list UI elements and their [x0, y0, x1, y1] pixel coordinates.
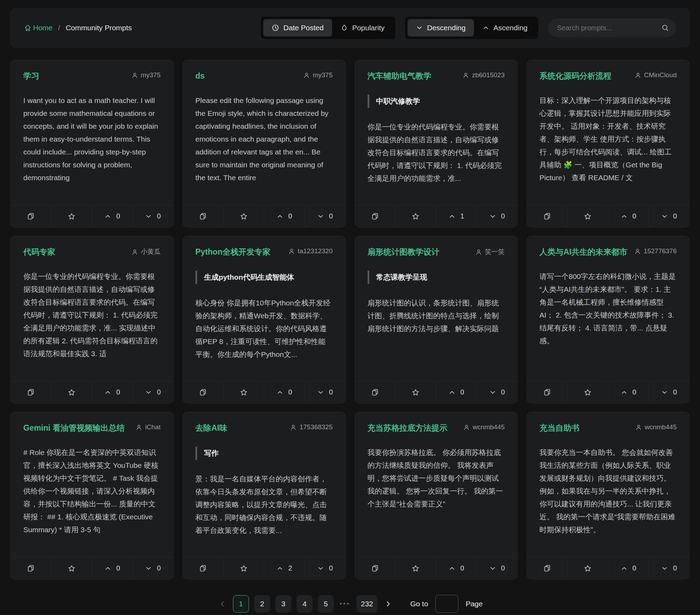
clock-icon: [272, 24, 279, 32]
prompt-card[interactable]: 充当自助书 wcnmb445 我要你充当一本自助书。 您会就如何改善我生活的某些…: [526, 412, 690, 580]
upvote-button[interactable]: 0: [264, 205, 305, 227]
prompt-title: 充当苏格拉底方法提示: [368, 423, 448, 433]
upvote-button[interactable]: 0: [92, 557, 132, 579]
upvote-button[interactable]: 0: [264, 381, 305, 403]
downvote-button[interactable]: 0: [132, 381, 173, 403]
upvote-count: 0: [633, 212, 636, 220]
prompt-title: 充当自助书: [539, 423, 579, 433]
prev-page-button[interactable]: [217, 599, 228, 609]
upvote-button[interactable]: 0: [608, 205, 649, 227]
chevron-up-icon: [276, 565, 283, 572]
favorite-button[interactable]: [567, 557, 608, 579]
page-button-2[interactable]: 2: [254, 595, 270, 613]
prompt-card[interactable]: 代码专家 小黄瓜 你是一位专业的代码编程专业。你需要根据我提供的自然语言描述，自…: [10, 236, 174, 404]
upvote-count: 0: [288, 388, 292, 396]
page-button-last[interactable]: 232: [356, 595, 378, 613]
copy-button[interactable]: [183, 557, 223, 579]
copy-button[interactable]: [527, 557, 567, 579]
copy-button[interactable]: [355, 557, 395, 579]
downvote-button[interactable]: 0: [132, 205, 173, 227]
favorite-button[interactable]: [51, 557, 92, 579]
downvote-button[interactable]: 0: [305, 205, 345, 227]
next-page-button[interactable]: [383, 599, 393, 609]
copy-button[interactable]: [183, 381, 223, 403]
downvote-count: 0: [501, 564, 505, 572]
favorite-button[interactable]: [223, 205, 264, 227]
person-icon: [475, 249, 482, 255]
upvote-button[interactable]: 0: [436, 557, 476, 579]
upvote-button[interactable]: 2: [264, 557, 305, 579]
sort-popularity-button[interactable]: Popularity: [332, 19, 393, 37]
breadcrumb-current: Community Prompts: [66, 24, 132, 32]
copy-icon: [199, 213, 207, 220]
favorite-button[interactable]: [567, 205, 608, 227]
downvote-button[interactable]: 0: [305, 381, 345, 403]
page-button-1[interactable]: 1: [233, 595, 249, 613]
breadcrumb-home-link[interactable]: Home: [24, 24, 53, 32]
prompt-card[interactable]: 扇形统计图教学设计 笑一笑 常态课教学呈现 扇形统计图的认识，条形统计图、扇形统…: [355, 236, 518, 404]
prompt-card[interactable]: 学习 my375 I want you to act as a math tea…: [10, 60, 174, 227]
downvote-button[interactable]: 0: [476, 381, 517, 403]
prompt-card[interactable]: 去除AI味 175368325 写作 景：我是一名自媒体平台的内容创作者，依靠今…: [183, 412, 346, 580]
upvote-button[interactable]: 0: [92, 205, 132, 227]
prompt-card[interactable]: Python全栈开发专家 ta12312320 生成python代码生成智能体 …: [183, 236, 346, 404]
page-button-5[interactable]: 5: [318, 595, 334, 613]
prompt-author: 小黄瓜: [131, 247, 161, 256]
chevron-up-icon: [276, 389, 283, 396]
copy-button[interactable]: [11, 205, 51, 227]
upvote-count: 0: [460, 564, 464, 572]
favorite-button[interactable]: [51, 381, 92, 403]
favorite-button[interactable]: [51, 205, 92, 227]
page-button-3[interactable]: 3: [275, 595, 291, 613]
prompt-card[interactable]: 人类与AI共生的未来都市 152776376 请写一个800字左右的科幻微小说，…: [526, 236, 690, 404]
copy-button[interactable]: [527, 205, 567, 227]
copy-button[interactable]: [355, 381, 395, 403]
upvote-button[interactable]: 0: [608, 557, 649, 579]
star-icon: [240, 565, 248, 572]
prompt-card[interactable]: ds my375 Please edit the following passa…: [183, 60, 346, 227]
downvote-button[interactable]: 0: [305, 557, 345, 579]
copy-icon: [27, 389, 34, 396]
upvote-button[interactable]: 0: [608, 381, 649, 403]
favorite-button[interactable]: [223, 557, 264, 579]
breadcrumb: Home / Community Prompts: [24, 24, 132, 32]
prompt-card[interactable]: 汽车辅助电气教学 zb6015023 中职汽修教学 你是一位专业的代码编程专业。…: [355, 60, 518, 227]
upvote-button[interactable]: 1: [436, 205, 476, 227]
copy-button[interactable]: [355, 205, 395, 227]
chevron-up-icon: [449, 389, 456, 396]
downvote-button[interactable]: 0: [476, 557, 517, 579]
downvote-button[interactable]: 0: [132, 557, 173, 579]
downvote-button[interactable]: 0: [649, 381, 689, 403]
prompt-card[interactable]: 系统化源码分析流程 CMinCloud 目标：深入理解一个开源项目的架构与核心逻…: [526, 60, 690, 227]
favorite-button[interactable]: [567, 381, 608, 403]
prompt-author: my375: [303, 71, 332, 79]
copy-button[interactable]: [11, 381, 51, 403]
prompt-title: 代码专家: [23, 247, 55, 257]
prompt-author: 152776376: [634, 247, 677, 255]
ascending-button[interactable]: Ascending: [474, 19, 536, 37]
goto-page-input[interactable]: [435, 595, 458, 613]
card-footer: 0 0: [527, 557, 689, 579]
downvote-button[interactable]: 0: [649, 557, 689, 579]
search-input[interactable]: [548, 18, 676, 37]
descending-button[interactable]: Descending: [408, 19, 474, 37]
prompt-author: wcnmb445: [463, 423, 505, 431]
favorite-button[interactable]: [395, 205, 436, 227]
prompt-card[interactable]: Gemini 看油管视频输出总结 iChat # Role 你现在是一名资深的中…: [10, 412, 174, 580]
chevron-up-icon: [449, 213, 456, 220]
top-bar: Home / Community Prompts Date Posted Pop…: [10, 8, 690, 47]
sort-date-posted-button[interactable]: Date Posted: [263, 19, 332, 37]
copy-button[interactable]: [183, 205, 223, 227]
upvote-button[interactable]: 0: [92, 381, 132, 403]
page-button-4[interactable]: 4: [297, 595, 313, 613]
copy-button[interactable]: [11, 557, 51, 579]
favorite-button[interactable]: [223, 381, 264, 403]
favorite-button[interactable]: [395, 557, 436, 579]
favorite-button[interactable]: [395, 381, 436, 403]
upvote-button[interactable]: 0: [436, 381, 476, 403]
copy-button[interactable]: [527, 381, 567, 403]
prompt-card[interactable]: 充当苏格拉底方法提示 wcnmb445 我要你扮演苏格拉底。 你必须用苏格拉底的…: [355, 412, 518, 580]
downvote-button[interactable]: 0: [476, 205, 517, 227]
chevron-down-icon: [661, 213, 668, 220]
downvote-button[interactable]: 0: [649, 205, 689, 227]
